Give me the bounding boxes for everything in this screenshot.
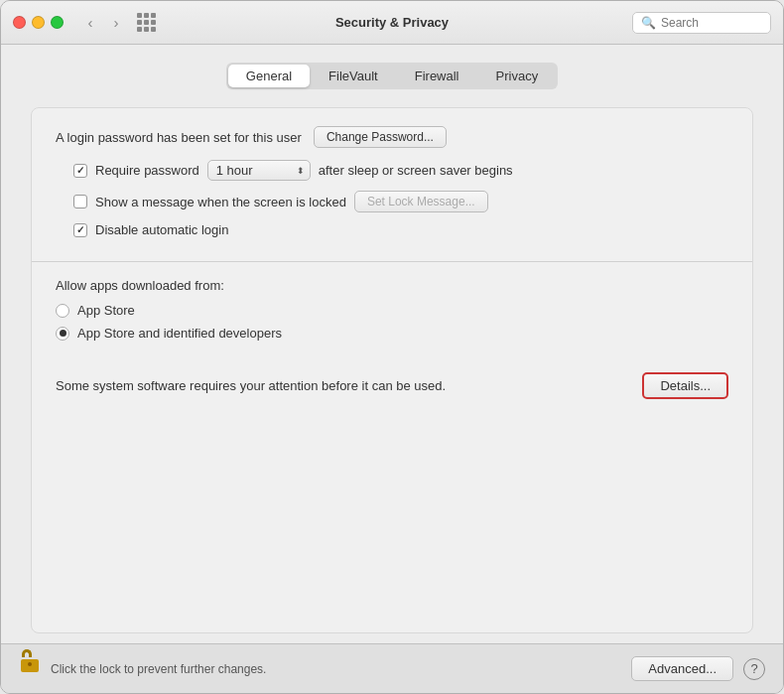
change-password-button[interactable]: Change Password... [314,126,447,148]
show-message-label: Show a message when the screen is locked [95,195,346,209]
show-message-checkbox[interactable] [73,195,87,208]
require-password-row: Require password immediately 5 seconds 1… [73,160,728,181]
minimize-button[interactable] [32,16,45,29]
grid-icon [137,13,156,32]
window-title: Security & Privacy [335,15,449,30]
app-store-identified-radio[interactable] [56,327,69,341]
nav-buttons: ‹ › [79,12,127,34]
details-button[interactable]: Details... [642,372,728,399]
section-divider [32,261,752,262]
require-password-checkbox[interactable] [73,164,87,178]
main-content: General FileVault Firewall Privacy A log… [1,45,783,643]
disable-login-row: Disable automatic login [73,222,728,237]
lock-status-text: Click the lock to prevent further change… [51,662,621,676]
allow-apps-title: Allow apps downloaded from: [56,278,728,293]
attention-row: Some system software requires your atten… [56,372,728,399]
titlebar: ‹ › Security & Privacy 🔍 [1,1,783,45]
app-store-label: App Store [77,303,135,318]
login-password-text: A login password has been set for this u… [56,130,302,145]
search-input[interactable] [661,16,762,30]
require-password-suffix: after sleep or screen saver begins [319,163,513,178]
show-message-row: Show a message when the screen is locked… [73,191,728,212]
traffic-lights [13,16,64,29]
tab-bar: General FileVault Firewall Privacy [31,63,753,89]
grid-menu-button[interactable] [137,13,156,32]
allow-apps-section: Allow apps downloaded from: App Store Ap… [56,278,728,341]
disable-login-checkbox[interactable] [73,223,87,237]
lock-icon[interactable] [19,655,41,683]
settings-panel: A login password has been set for this u… [31,107,753,633]
back-button[interactable]: ‹ [79,12,101,34]
app-store-identified-label: App Store and identified developers [77,326,282,341]
app-store-radio[interactable] [56,304,69,318]
attention-text: Some system software requires your atten… [56,378,630,393]
password-time-select[interactable]: immediately 5 seconds 1 minute 5 minutes… [207,160,311,181]
advanced-button[interactable]: Advanced... [631,656,733,681]
tab-privacy[interactable]: Privacy [478,65,557,87]
bottom-bar: Click the lock to prevent further change… [1,643,783,693]
maximize-button[interactable] [51,16,64,29]
search-icon: 🔍 [641,16,656,30]
set-lock-message-button[interactable]: Set Lock Message... [354,191,488,212]
close-button[interactable] [13,16,26,29]
forward-button[interactable]: › [105,12,127,34]
tab-filevault[interactable]: FileVault [311,65,396,87]
tab-general[interactable]: General [228,65,310,87]
password-time-select-wrapper: immediately 5 seconds 1 minute 5 minutes… [207,160,311,181]
app-store-radio-row: App Store [56,303,728,318]
require-password-label: Require password [95,163,199,178]
app-store-identified-radio-row: App Store and identified developers [56,326,728,341]
window: ‹ › Security & Privacy 🔍 General FileVau… [0,0,784,694]
help-button[interactable]: ? [743,658,765,680]
tab-group: General FileVault Firewall Privacy [226,63,558,89]
search-box[interactable]: 🔍 [632,12,771,34]
disable-login-label: Disable automatic login [95,222,228,237]
login-password-row: A login password has been set for this u… [56,126,728,148]
tab-firewall[interactable]: Firewall [397,65,477,87]
